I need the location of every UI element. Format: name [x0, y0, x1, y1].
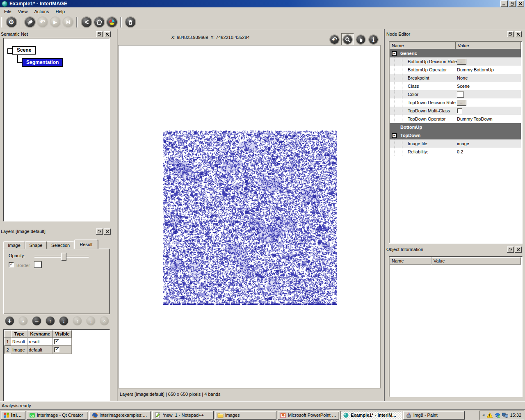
layer-row-number[interactable]: 1	[4, 338, 11, 346]
property-value[interactable]: ...	[457, 100, 466, 106]
taskbar-item-interimage-examples-e[interactable]: interimage:examples:e...	[89, 411, 151, 420]
property-row[interactable]: Color	[390, 90, 521, 98]
layers-float-button[interactable]	[96, 228, 103, 235]
pan-tool-button[interactable]	[355, 34, 367, 46]
taskbar-item-example1-interim[interactable]: Example1* - InterIM...	[340, 411, 402, 420]
layer-col-keyname[interactable]: Keyname	[27, 330, 53, 338]
tray-chevron[interactable]: «	[482, 413, 485, 418]
layer-row-number[interactable]: 2	[4, 346, 11, 354]
ellipsis-button[interactable]: ...	[457, 100, 466, 106]
property-row[interactable]: TopDown Decision Rule...	[390, 98, 521, 107]
menu-actions[interactable]: Actions	[31, 8, 52, 15]
layer-row-default[interactable]: 2Imagedefault✓	[4, 346, 72, 354]
property-row[interactable]: Image file:image	[390, 139, 521, 148]
group-expander[interactable]: −	[392, 51, 397, 56]
border-color-swatch[interactable]	[34, 261, 42, 268]
property-row[interactable]: BottomUp OperatorDummy BottomUp	[390, 66, 521, 74]
property-row[interactable]: BottomUp Decision Rule...	[390, 57, 521, 66]
tab-image[interactable]: Image	[3, 241, 25, 249]
taskbar-item-img8-paint[interactable]: img8 - Paint	[403, 411, 465, 420]
node-editor-col-value[interactable]: Value	[456, 42, 521, 49]
node-editor-rows: −GenericBottomUp Decision Rule...BottomU…	[390, 49, 521, 156]
network-tray-icon[interactable]	[502, 412, 508, 418]
taskbar-item-microsoft-powerpoint[interactable]: Microsoft PowerPoint - ...	[278, 411, 339, 420]
start-button[interactable]: Iniciar	[1, 411, 25, 420]
node-editor-group-generic[interactable]: −Generic	[390, 49, 521, 57]
eraser-button[interactable]	[24, 16, 36, 28]
property-row[interactable]: ClassScene	[390, 82, 521, 90]
node-editor-float-button[interactable]	[507, 31, 514, 37]
arrow-left-button[interactable]	[81, 16, 92, 28]
layer-down-button[interactable]: ↓	[59, 316, 68, 326]
tree-dots	[395, 82, 395, 90]
close-button[interactable]	[517, 0, 524, 7]
border-checkbox[interactable]: ✓	[9, 262, 14, 267]
back-tool-button[interactable]: ↶	[329, 34, 340, 46]
tab-shape[interactable]: Shape	[25, 241, 47, 249]
object-info-float-button[interactable]	[507, 247, 514, 253]
layer-col-type[interactable]: Type	[11, 330, 27, 338]
property-row[interactable]: TopDown OperatorDummy TopDown	[390, 115, 521, 123]
menu-view[interactable]: View	[15, 8, 31, 15]
layer-visible-cell: ✓	[53, 338, 72, 346]
tree-node-segmentation[interactable]: Segmentation	[22, 58, 63, 67]
property-row[interactable]: Reliability:0.2	[390, 148, 521, 156]
multi-class-checkbox[interactable]	[457, 108, 462, 114]
layers-close-button[interactable]	[104, 228, 111, 235]
minimize-button[interactable]	[500, 0, 508, 7]
tab-result[interactable]: Result	[74, 240, 98, 249]
status-text: Analysis ready.	[2, 403, 32, 408]
ellipsis-button[interactable]: ...	[457, 59, 466, 65]
object-info-col-name[interactable]: Name	[390, 257, 431, 265]
visible-checkbox[interactable]: ✓	[54, 347, 59, 352]
semantic-net-canvas[interactable]: − Scene Segmentation	[3, 38, 110, 221]
info-tool-button[interactable]: i	[368, 34, 379, 46]
layer-row-result[interactable]: 1Resultresult✓	[4, 338, 72, 346]
left-splitter[interactable]	[117, 29, 118, 401]
map-canvas-area[interactable]	[118, 45, 381, 388]
taskbar-item-new-1-notepad[interactable]: *new 1 - Notepad++	[152, 411, 214, 420]
tab-selection[interactable]: Selection	[47, 241, 74, 249]
add-layer-button[interactable]: +	[5, 316, 14, 326]
node-editor-col-name[interactable]: Name	[390, 42, 456, 49]
layer-table-header-row: TypeKeynameVisible	[4, 330, 72, 338]
menu-help[interactable]: Help	[52, 8, 68, 15]
warning-tray-icon[interactable]	[486, 412, 493, 418]
property-value[interactable]: ...	[457, 59, 466, 65]
layer-up-button[interactable]: ↑	[46, 316, 55, 326]
opacity-slider-handle[interactable]	[61, 253, 66, 261]
property-value[interactable]	[457, 91, 464, 98]
layer-col-visible[interactable]: Visible	[53, 330, 72, 338]
tree-node-scene[interactable]: Scene	[12, 46, 36, 55]
svg-text:Qt: Qt	[30, 414, 34, 418]
dropbox-tray-icon[interactable]	[494, 412, 500, 418]
toolbar-drag-handle[interactable]	[1, 17, 3, 27]
right-splitter[interactable]	[384, 29, 385, 401]
polygon-button[interactable]	[94, 16, 105, 28]
remove-layer-button[interactable]: −	[32, 316, 41, 326]
close-icon	[106, 230, 109, 233]
menu-file[interactable]: File	[1, 8, 15, 15]
color-swatch[interactable]	[457, 91, 464, 98]
trash-button[interactable]	[125, 16, 136, 28]
node-editor-group-bottomup[interactable]: BottomUp	[390, 123, 521, 131]
object-info-close-button[interactable]	[515, 247, 522, 253]
property-value: None	[457, 75, 468, 80]
property-value[interactable]	[457, 108, 462, 114]
pie-chart-button[interactable]	[106, 16, 118, 28]
taskbar-item-interimage-qt-creator[interactable]: Qtinterimage - Qt Creator	[27, 411, 88, 420]
node-editor-close-button[interactable]	[515, 31, 522, 37]
property-row[interactable]: BreakpointNone	[390, 74, 521, 82]
segmentation-image[interactable]	[163, 130, 337, 305]
group-expander[interactable]: −	[392, 133, 397, 138]
zoom-tool-button[interactable]	[341, 33, 354, 46]
property-row[interactable]: TopDown Multi-Class	[390, 107, 521, 115]
semantic-net-close-button[interactable]	[104, 31, 111, 37]
semantic-net-float-button[interactable]	[96, 31, 103, 37]
taskbar-item-images[interactable]: images	[215, 411, 276, 420]
settings-button[interactable]: ⚙	[6, 16, 17, 28]
node-editor-group-topdown[interactable]: −TopDown	[390, 131, 521, 139]
visible-checkbox[interactable]: ✓	[54, 339, 59, 344]
object-info-col-value[interactable]: Value	[431, 257, 521, 265]
restore-button[interactable]	[509, 0, 516, 7]
